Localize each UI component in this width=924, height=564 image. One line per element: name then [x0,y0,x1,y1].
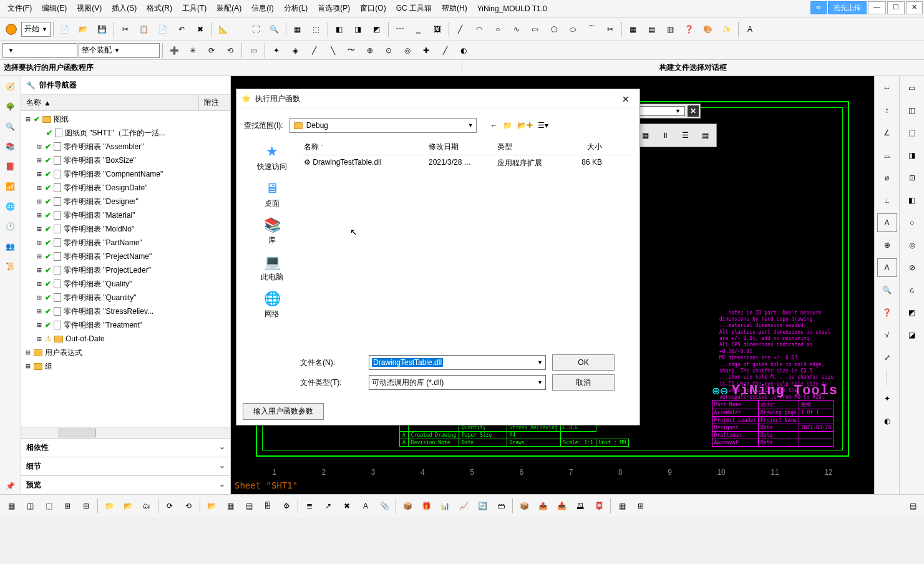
r1-misc-icon[interactable]: ◐ [877,412,897,430]
sel3-icon[interactable]: ⟳ [203,42,220,59]
bt-pkg3-icon[interactable]: 📥 [553,497,570,515]
wcs-icon[interactable]: ⬚ [308,21,325,38]
file-list[interactable]: 名称 ˄ 修改日期 类型 大小 ⚙ DrawingTestTable.dll 2… [300,139,632,351]
trim-icon[interactable]: ✂ [601,21,619,38]
bt-pkg1-icon[interactable]: 📦 [515,497,533,515]
filetype-combo[interactable]: 可动态调用的库 (*.dll) ▼ [369,375,546,390]
tree-item[interactable]: ⊞✔零件明细表 "DesignDate" [21,181,230,195]
bt-text-icon[interactable]: A [357,497,374,515]
curve1-icon[interactable]: 〰 [391,21,409,38]
scrollbar-thumb[interactable] [59,429,96,437]
snap7-icon[interactable]: ⊙ [380,42,397,59]
bt-pkg5-icon[interactable]: 📮 [590,497,608,515]
place-desktop[interactable]: 🖥桌面 [260,178,284,210]
chevron-down-icon[interactable]: ▼ [537,359,543,366]
r1-angle-icon[interactable]: ∠ [877,124,897,142]
snap10-icon[interactable]: ╱ [436,42,454,59]
place-libraries[interactable]: 📚库 [260,215,284,247]
r1-datum-icon[interactable]: A [877,258,897,277]
bt-box2-icon[interactable]: 🎁 [417,497,435,515]
window-min-icon[interactable]: — [868,1,886,14]
measure-icon[interactable]: 📐 [215,21,232,38]
bt-gear-icon[interactable]: ⚙ [278,497,295,515]
curve2-icon[interactable]: ⎯ [410,21,427,38]
window-close-icon[interactable]: ✕ [906,1,923,14]
tree-view[interactable]: ⊟ ✔ 图纸 ✔ 图纸页 "SHT1"（工作的一活... ⊞✔零件明细表 "As… [21,111,230,427]
snap1-icon[interactable]: ✦ [268,42,285,59]
r1-csys-icon[interactable]: ✦ [877,389,897,408]
siderail-tree-icon[interactable]: 🌳 [2,99,19,115]
save-icon[interactable]: 💾 [94,21,111,38]
snap6-icon[interactable]: ⊕ [361,42,379,59]
misc3-icon[interactable]: ◩ [368,21,386,38]
line-icon[interactable]: ╱ [452,21,469,38]
siderail-clock-icon[interactable]: 🕐 [2,218,19,235]
open-icon[interactable]: 📂 [75,21,92,38]
expander-icon[interactable]: ⊞ [35,334,44,343]
r2-detail-icon[interactable]: ◎ [902,236,922,255]
tree-item[interactable]: ⊞✔零件明细表 "StressReliev... [21,304,230,318]
expander-icon[interactable]: ⊞ [24,348,32,357]
r2-view2-icon[interactable]: ◫ [902,101,922,120]
menu-gctoolbox[interactable]: GC 工具箱 [391,1,437,16]
menu-help[interactable]: 帮助(H) [437,1,472,16]
bt-grid-icon[interactable]: ▤ [240,497,258,515]
bt-db-icon[interactable]: 🗄 [259,497,276,515]
text-icon[interactable]: A [741,21,759,38]
snap11-icon[interactable]: ◐ [455,42,472,59]
menu-assembly[interactable]: 装配(A) [212,1,246,16]
float-grid-icon[interactable]: ▤ [696,127,714,144]
start-combo[interactable]: 开始▼ [21,22,51,37]
tree-userexpr[interactable]: ⊞ 用户表达式 [21,346,230,359]
bt9-icon[interactable]: ⟳ [161,497,178,515]
r2-view1-icon[interactable]: ▭ [902,79,922,97]
r2-view6-icon[interactable]: ◧ [902,191,922,210]
image-icon[interactable]: 🖼 [429,21,446,38]
r2-view5-icon[interactable]: ⊡ [902,168,922,187]
grid3-icon[interactable]: ▥ [662,21,679,38]
render2-icon[interactable]: ✨ [718,21,736,38]
r1-axis-icon[interactable]: ⤢ [877,348,897,367]
sel2-icon[interactable]: ✳ [184,42,202,59]
chevron-down-icon[interactable]: ▼ [537,379,543,386]
menu-analysis[interactable]: 分析(L) [279,1,313,16]
bt-table-icon[interactable]: ▦ [221,497,239,515]
layers-icon[interactable]: ▦ [289,21,306,38]
grid1-icon[interactable]: ▦ [625,21,642,38]
accordion-depends[interactable]: 相依性⌄ [21,438,230,457]
bt-open-icon[interactable]: 📂 [203,497,220,515]
float-list-icon[interactable]: ☰ [676,127,694,144]
paste-icon[interactable]: 📄 [154,21,172,38]
accordion-detail[interactable]: 细节⌄ [21,457,230,475]
tree-group[interactable]: ⊞ 组 [21,359,230,373]
tree-item[interactable]: ⊞✔零件明细表 "Treatment" [21,318,230,332]
expander-icon[interactable]: ⊞ [35,252,44,261]
help-icon[interactable]: ❓ [681,21,698,38]
h-scrollbar[interactable] [21,427,230,438]
bt-chart1-icon[interactable]: 📊 [436,497,454,515]
snap8-icon[interactable]: ◎ [399,42,416,59]
bt4-icon[interactable]: ⊞ [59,497,76,515]
menu-tools[interactable]: 工具(T) [177,1,212,16]
col-note-header[interactable]: 附注 [199,95,230,110]
float-close-icon[interactable]: ✕ [688,105,699,117]
snap4-icon[interactable]: ╲ [324,42,341,59]
nav-viewmenu-icon[interactable]: ☰▾ [538,121,548,130]
place-thispc[interactable]: 💻此电脑 [260,252,284,284]
assembly-combo[interactable]: 整个装配▼ [79,43,160,58]
bt6-icon[interactable]: 📁 [100,497,118,515]
tree-root[interactable]: ⊟ ✔ 图纸 [21,112,230,126]
siderail-wifi-icon[interactable]: 📶 [2,178,19,195]
cut-icon[interactable]: ✂ [117,21,134,38]
fit-icon[interactable]: ⛶ [247,21,265,38]
lookin-combo[interactable]: Debug ▼ [289,118,477,133]
r1-help-icon[interactable]: ❓ [877,303,897,322]
siderail-nav-icon[interactable]: 🧭 [2,79,19,95]
window-max-icon[interactable]: ☐ [887,1,905,14]
bt-refresh-icon[interactable]: 🔄 [474,497,491,515]
siderail-globe-icon[interactable]: 🌐 [2,198,19,215]
zoom-icon[interactable]: 🔍 [266,21,283,38]
menu-view[interactable]: 视图(V) [72,1,107,16]
expander-icon[interactable]: ⊞ [35,266,44,275]
expander-icon[interactable]: ⊟ [24,115,32,124]
